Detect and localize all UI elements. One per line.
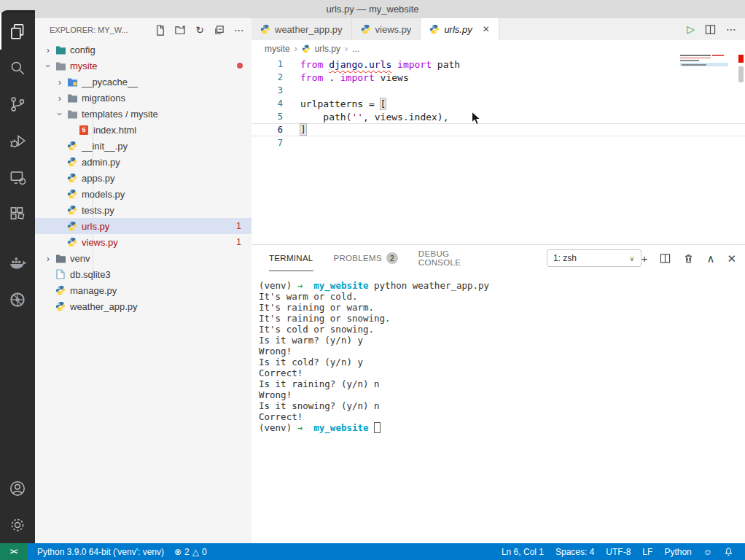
tree-item-config[interactable]: ›config — [35, 42, 251, 58]
tree-item-label: weather_app.py — [70, 301, 138, 312]
run-file-icon[interactable]: ▷ — [687, 23, 695, 35]
split-terminal-icon[interactable] — [660, 253, 671, 264]
notifications-bell-icon[interactable] — [724, 547, 733, 556]
breadcrumb-separator: › — [345, 44, 348, 54]
tree-item-label: index.html — [93, 125, 136, 136]
extensions-icon[interactable] — [0, 195, 35, 232]
tree-item--init-py[interactable]: __init__.py — [35, 138, 251, 154]
remote-indicator[interactable]: >< — [0, 543, 27, 560]
close-tab-icon[interactable]: ✕ — [483, 24, 490, 34]
cursor-position[interactable]: Ln 6, Col 1 — [502, 547, 544, 557]
status-bar: >< Python 3.9.0 64-bit ('venv': venv) ⊗ … — [0, 543, 745, 560]
line-number: 2 — [251, 72, 283, 82]
refresh-icon[interactable]: ↻ — [195, 25, 204, 35]
remote-explorer-icon[interactable] — [0, 159, 35, 195]
problems-badge: 1 — [236, 237, 241, 247]
new-terminal-icon[interactable]: + — [641, 253, 648, 264]
new-file-icon[interactable] — [155, 25, 165, 36]
docker-icon[interactable] — [0, 245, 35, 281]
close-panel-icon[interactable]: ✕ — [727, 253, 736, 264]
tree-item-mysite[interactable]: ›mysite — [35, 58, 251, 74]
code-line-2[interactable]: 2from . import views — [251, 71, 745, 84]
tree-item-label: venv — [70, 253, 90, 264]
source-control-icon[interactable] — [0, 86, 35, 122]
breadcrumb-file[interactable]: urls.py — [315, 44, 340, 54]
tree-item-urls-py[interactable]: urls.py1 — [35, 218, 251, 234]
terminal-line: (venv) → my_website python weather_app.p… — [259, 280, 740, 291]
breadcrumb-symbol[interactable]: ... — [352, 44, 359, 54]
chevron-down-icon: › — [55, 108, 66, 120]
kill-terminal-icon[interactable] — [683, 253, 694, 264]
collapse-folders-icon[interactable] — [214, 25, 225, 36]
tree-item-manage-py[interactable]: manage.py — [35, 282, 251, 298]
maximize-panel-icon[interactable]: ∧ — [706, 253, 714, 264]
code-line-3[interactable]: 3 — [251, 84, 745, 97]
code-line-6[interactable]: 6] — [251, 123, 745, 136]
split-editor-icon[interactable] — [705, 24, 716, 35]
line-number: 6 — [251, 125, 283, 135]
tree-item-venv[interactable]: ›venv — [35, 250, 251, 266]
terminal-line: Wrong! — [259, 389, 740, 400]
tree-item--pycache-[interactable]: ›__pycache__ — [35, 74, 251, 90]
tree-item-admin-py[interactable]: admin.py — [35, 154, 251, 170]
tree-item-apps-py[interactable]: apps.py — [35, 170, 251, 186]
feedback-icon[interactable]: ☺ — [703, 547, 712, 557]
editor-more-actions-icon[interactable]: ⋯ — [726, 24, 736, 34]
tree-item-views-py[interactable]: views.py1 — [35, 234, 251, 250]
chevron-right-icon: › — [42, 253, 54, 264]
tree-item-templates-mysite[interactable]: ›templates / mysite — [35, 106, 251, 122]
tree-item-label: admin.py — [82, 157, 120, 168]
panel-header: TERMINAL PROBLEMS2 DEBUG CONSOLE 1: zsh … — [251, 245, 745, 271]
breadcrumb-folder[interactable]: mysite — [265, 44, 290, 54]
chevron-right-icon: › — [54, 77, 66, 88]
language-mode[interactable]: Python — [664, 547, 691, 557]
terminal-line: Is it snowing? (y/n) n — [259, 400, 740, 411]
tree-item-models-py[interactable]: models.py — [35, 186, 251, 202]
code-line-5[interactable]: 5 path('', views.index), — [251, 110, 745, 123]
minimap[interactable] — [680, 55, 731, 84]
tree-item-db-sqlite3[interactable]: db.sqlite3 — [35, 266, 251, 282]
minimap-slider[interactable] — [738, 66, 744, 82]
code-line-4[interactable]: 4urlpatterns = [ — [251, 97, 745, 110]
python-file-icon — [429, 24, 440, 34]
encoding[interactable]: UTF-8 — [606, 547, 631, 557]
line-number: 5 — [251, 112, 283, 122]
eol-sequence[interactable]: LF — [642, 547, 652, 557]
terminal-select[interactable]: 1: zsh ∨ — [547, 249, 641, 267]
breadcrumb[interactable]: mysite › urls.py › ... — [251, 40, 745, 58]
window-title: urls.py — my_website — [326, 4, 418, 15]
tab-views[interactable]: views.py — [352, 18, 421, 40]
chevron-right-icon: › — [54, 93, 66, 104]
tree-item-label: migrations — [82, 93, 125, 104]
run-debug-icon[interactable] — [0, 122, 35, 159]
python-file-icon — [66, 237, 79, 247]
new-folder-icon[interactable] — [175, 25, 186, 36]
terminal-line: Is it raining? (y/n) n — [259, 378, 740, 389]
code-line-7[interactable]: 7 — [251, 136, 745, 149]
editor-tab-bar: weather_app.py views.py urls.py ✕ ▷ ⋯ — [251, 18, 745, 40]
accounts-icon[interactable] — [0, 470, 35, 507]
tab-problems[interactable]: PROBLEMS2 — [334, 245, 398, 271]
problems-status[interactable]: ⊗ 2 △ 0 — [174, 547, 207, 557]
terminal-select-value: 1: zsh — [553, 253, 577, 263]
code-editor[interactable]: 1from django.urls import path2from . imp… — [251, 58, 745, 149]
python-file-icon — [66, 205, 79, 215]
more-actions-icon[interactable]: ⋯ — [234, 25, 244, 35]
tree-item-migrations[interactable]: ›migrations — [35, 90, 251, 106]
tab-debug-console[interactable]: DEBUG CONSOLE — [418, 245, 483, 271]
indentation[interactable]: Spaces: 4 — [555, 547, 594, 557]
settings-gear-icon[interactable] — [0, 507, 35, 543]
tab-weather-app[interactable]: weather_app.py — [251, 18, 352, 40]
kubernetes-icon[interactable] — [0, 281, 35, 318]
errors-icon: ⊗ — [174, 547, 182, 557]
tree-item-index-html[interactable]: 5index.html — [35, 122, 251, 138]
tree-item-weather-app-py[interactable]: weather_app.py — [35, 298, 251, 314]
tree-item-tests-py[interactable]: tests.py — [35, 202, 251, 218]
python-interpreter[interactable]: Python 3.9.0 64-bit ('venv': venv) — [37, 547, 164, 557]
tab-terminal[interactable]: TERMINAL — [269, 245, 313, 271]
search-icon[interactable] — [0, 50, 35, 86]
terminal-output[interactable]: (venv) → my_website python weather_app.p… — [259, 280, 740, 433]
explorer-icon[interactable] — [0, 13, 35, 50]
tab-urls[interactable]: urls.py ✕ — [421, 18, 499, 40]
code-line-1[interactable]: 1from django.urls import path — [251, 58, 745, 71]
